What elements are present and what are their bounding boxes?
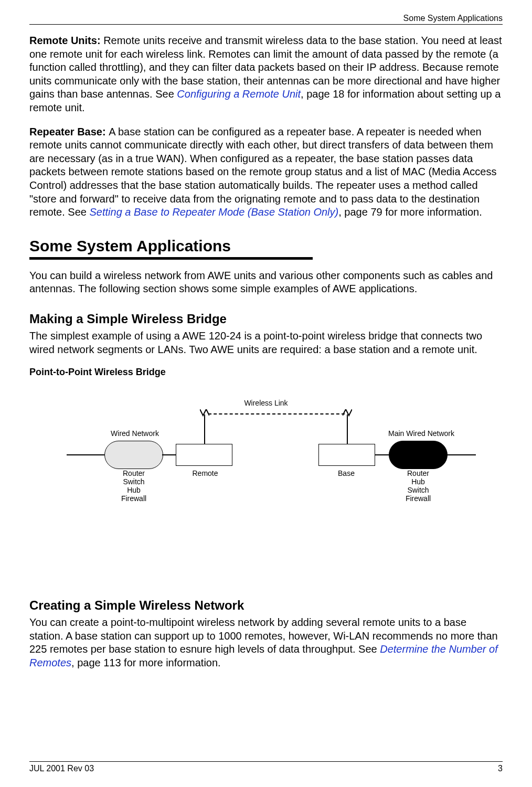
wire-left-inner xyxy=(162,454,176,455)
stack-right-1: Router xyxy=(397,469,439,477)
stack-right-2: Hub xyxy=(397,477,439,486)
stack-right-4: Firewall xyxy=(397,494,439,503)
wireless-link-line xyxy=(208,413,345,414)
paragraph-remote-units: Remote Units: Remote units receive and t… xyxy=(29,34,503,115)
footer-revision: JUL 2001 Rev 03 xyxy=(29,764,94,773)
stack-left-2: Switch xyxy=(113,477,155,486)
antenna-mast-left xyxy=(204,414,205,444)
label-stack-left: Router Switch Hub Firewall xyxy=(113,469,155,503)
term-repeater-base: Repeater Base: xyxy=(29,126,109,137)
label-remote: Remote xyxy=(184,469,226,477)
label-main-wired-network: Main Wired Network xyxy=(379,429,463,438)
wire-right-outer xyxy=(446,454,476,455)
xref-configuring-remote-unit[interactable]: Configuring a Remote Unit xyxy=(177,88,301,100)
stack-left-4: Firewall xyxy=(113,494,155,503)
footer-page-number: 3 xyxy=(498,764,503,773)
paragraph-network: You can create a point-to-multipoint wir… xyxy=(29,616,503,669)
node-router-left xyxy=(104,441,163,469)
diagram-wireless-bridge: Wireless Link Wired Network Main Wired N… xyxy=(67,399,465,535)
label-wired-network: Wired Network xyxy=(98,429,172,438)
heading-rule xyxy=(29,257,313,260)
antenna-mast-right xyxy=(347,414,348,444)
text-repeater-b: , page 79 for more information. xyxy=(338,206,482,218)
text-repeater-a: A base station can be configured as a re… xyxy=(29,126,496,218)
label-stack-right: Router Hub Switch Firewall xyxy=(397,469,439,503)
heading-some-system-applications: Some System Applications xyxy=(29,237,503,255)
stack-left-3: Hub xyxy=(113,486,155,494)
label-base: Base xyxy=(328,469,365,477)
heading-simple-bridge: Making a Simple Wireless Bridge xyxy=(29,312,503,326)
paragraph-intro: You can build a wireless network from AW… xyxy=(29,269,503,296)
node-base xyxy=(318,444,375,466)
running-head: Some System Applications xyxy=(29,14,503,25)
wire-left-outer xyxy=(67,454,104,455)
paragraph-bridge: The simplest example of using a AWE 120-… xyxy=(29,329,503,356)
stack-left-1: Router xyxy=(113,469,155,477)
node-router-right xyxy=(389,441,448,469)
xref-setting-repeater-mode[interactable]: Setting a Base to Repeater Mode (Base St… xyxy=(90,206,339,218)
figure-caption: Point-to-Point Wireless Bridge xyxy=(29,367,503,378)
stack-right-3: Switch xyxy=(397,486,439,494)
text-network-b: , page 113 for more information. xyxy=(71,657,221,668)
paragraph-repeater-base: Repeater Base: A base station can be con… xyxy=(29,125,503,219)
wire-right-inner xyxy=(375,454,389,455)
node-remote xyxy=(176,444,232,466)
heading-simple-network: Creating a Simple Wireless Network xyxy=(29,598,503,613)
page-footer: JUL 2001 Rev 03 3 xyxy=(29,761,503,773)
label-wireless-link: Wireless Link xyxy=(244,399,288,407)
term-remote-units: Remote Units: xyxy=(29,35,103,46)
